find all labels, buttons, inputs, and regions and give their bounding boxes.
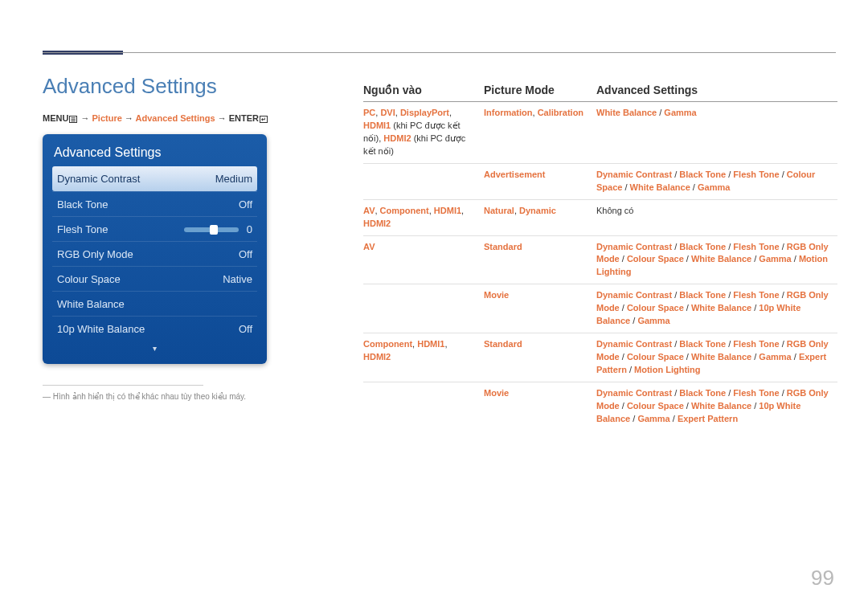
cell-source: Component, HDMI1, HDMI2 bbox=[363, 333, 484, 382]
osd-row-rgb-only[interactable]: RGB Only Mode Off bbox=[52, 241, 257, 266]
cell-source bbox=[363, 284, 484, 333]
cell-mode: Information, Calibration bbox=[484, 102, 596, 164]
cell-mode: Movie bbox=[484, 382, 596, 430]
breadcrumb-arrow: → bbox=[80, 113, 89, 123]
cell-source bbox=[363, 382, 484, 430]
table-row: AdvertisementDynamic Contrast / Black To… bbox=[363, 163, 837, 199]
breadcrumb-arrow: → bbox=[218, 113, 227, 123]
osd-value: Off bbox=[204, 248, 252, 260]
cell-advanced: Dynamic Contrast / Black Tone / Flesh To… bbox=[596, 382, 837, 430]
table-row: Component, HDMI1, HDMI2StandardDynamic C… bbox=[363, 333, 837, 382]
osd-label: White Balance bbox=[57, 298, 204, 310]
breadcrumb-enter: ENTER bbox=[229, 113, 259, 123]
breadcrumb-picture: Picture bbox=[92, 113, 122, 123]
cell-advanced: White Balance / Gamma bbox=[596, 102, 837, 164]
osd-value: Medium bbox=[204, 173, 252, 185]
osd-value: Off bbox=[204, 198, 252, 210]
cell-advanced: Dynamic Contrast / Black Tone / Flesh To… bbox=[596, 284, 837, 333]
cell-mode: Movie bbox=[484, 284, 596, 333]
breadcrumb-advanced: Advanced Settings bbox=[136, 113, 215, 123]
breadcrumb-menu: MENU bbox=[43, 113, 68, 123]
table-header-source: Nguồn vào bbox=[363, 79, 484, 102]
cell-advanced: Dynamic Contrast / Black Tone / Flesh To… bbox=[596, 235, 837, 284]
osd-label: 10p White Balance bbox=[57, 323, 204, 335]
osd-value: 0 bbox=[184, 223, 252, 235]
osd-label: Colour Space bbox=[57, 273, 204, 285]
slider-knob[interactable] bbox=[210, 225, 218, 235]
osd-row-black-tone[interactable]: Black Tone Off bbox=[52, 191, 257, 216]
osd-value: Off bbox=[204, 323, 252, 335]
chevron-down-icon[interactable]: ▾ bbox=[52, 344, 257, 353]
osd-value: Native bbox=[204, 273, 252, 285]
table-row: MovieDynamic Contrast / Black Tone / Fle… bbox=[363, 284, 837, 333]
footnote-text: Hình ảnh hiển thị có thể khác nhau tùy t… bbox=[53, 392, 246, 401]
osd-row-colour-space[interactable]: Colour Space Native bbox=[52, 266, 257, 291]
right-column: Nguồn vào Picture Mode Advanced Settings… bbox=[363, 79, 837, 431]
menu-icon: ☰ bbox=[69, 116, 77, 123]
osd-label: RGB Only Mode bbox=[57, 248, 204, 260]
cell-source: AV, Component, HDMI1, HDMI2 bbox=[363, 199, 484, 235]
cell-source bbox=[363, 163, 484, 199]
table-row: PC, DVI, DisplayPort, HDMI1 (khi PC được… bbox=[363, 102, 837, 164]
table-header-advanced: Advanced Settings bbox=[596, 79, 837, 102]
osd-title: Advanced Settings bbox=[52, 142, 257, 166]
cell-mode: Standard bbox=[484, 235, 596, 284]
page-number: 99 bbox=[811, 566, 834, 591]
breadcrumb: MENU☰ → Picture → Advanced Settings → EN… bbox=[43, 113, 340, 123]
osd-label: Dynamic Contrast bbox=[57, 173, 204, 185]
osd-row-10p-white-balance[interactable]: 10p White Balance Off bbox=[52, 316, 257, 341]
cell-source: PC, DVI, DisplayPort, HDMI1 (khi PC được… bbox=[363, 102, 484, 164]
slider-track[interactable] bbox=[184, 227, 239, 232]
osd-label: Black Tone bbox=[57, 198, 204, 210]
page-title: Advanced Settings bbox=[43, 74, 340, 99]
cell-mode: Advertisement bbox=[484, 163, 596, 199]
cell-mode: Natural, Dynamic bbox=[484, 199, 596, 235]
breadcrumb-arrow: → bbox=[125, 113, 133, 123]
cell-source: AV bbox=[363, 235, 484, 284]
osd-row-dynamic-contrast[interactable]: Dynamic Contrast Medium bbox=[52, 166, 257, 191]
table-header-mode: Picture Mode bbox=[484, 79, 596, 102]
footnote: ― Hình ảnh hiển thị có thể khác nhau tùy… bbox=[43, 392, 340, 401]
compatibility-table: Nguồn vào Picture Mode Advanced Settings… bbox=[363, 79, 837, 431]
enter-icon: ↵ bbox=[260, 116, 268, 123]
table-row: AV, Component, HDMI1, HDMI2Natural, Dyna… bbox=[363, 199, 837, 235]
left-column: Advanced Settings MENU☰ → Picture → Adva… bbox=[43, 74, 340, 401]
table-row: AVStandardDynamic Contrast / Black Tone … bbox=[363, 235, 837, 284]
cell-advanced: Dynamic Contrast / Black Tone / Flesh To… bbox=[596, 163, 837, 199]
cell-advanced: Không có bbox=[596, 199, 837, 235]
table-header-row: Nguồn vào Picture Mode Advanced Settings bbox=[363, 79, 837, 102]
footnote-rule bbox=[43, 385, 203, 386]
osd-label: Flesh Tone bbox=[57, 223, 184, 235]
osd-row-flesh-tone[interactable]: Flesh Tone 0 bbox=[52, 216, 257, 241]
osd-panel: Advanced Settings Dynamic Contrast Mediu… bbox=[43, 134, 267, 364]
cell-mode: Standard bbox=[484, 333, 596, 382]
osd-row-white-balance[interactable]: White Balance bbox=[52, 291, 257, 316]
cell-advanced: Dynamic Contrast / Black Tone / Flesh To… bbox=[596, 333, 837, 382]
header-rule bbox=[43, 52, 836, 53]
table-row: MovieDynamic Contrast / Black Tone / Fle… bbox=[363, 382, 837, 430]
slider-value: 0 bbox=[247, 223, 252, 235]
